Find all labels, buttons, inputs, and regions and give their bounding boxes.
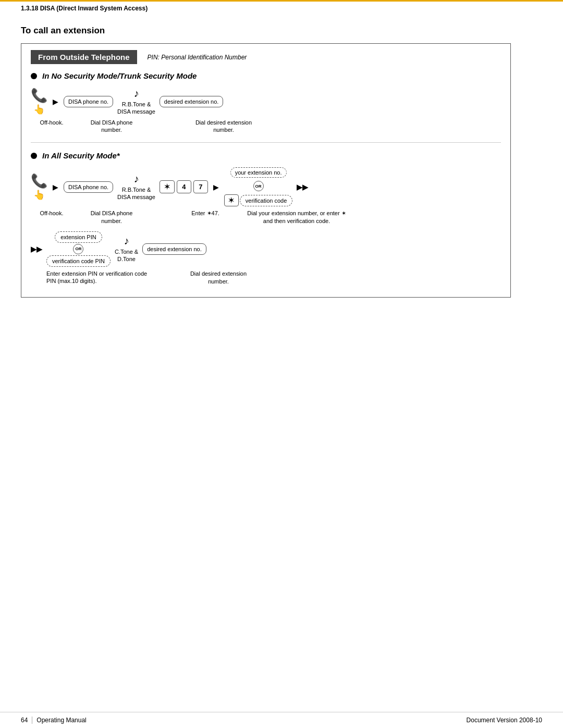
caption-dial-desired-1: Dial desired extension number. <box>187 119 260 134</box>
star-key-2: ✶ <box>224 194 239 206</box>
arrow-3: ▶ <box>213 183 219 191</box>
key-7: 7 <box>193 180 208 193</box>
or-circle-2: OR <box>73 244 83 254</box>
verification-code-pin-box: verification code PIN <box>46 255 111 267</box>
disa-box-2: DISA phone no. <box>64 181 113 193</box>
mode2-flow: 📞 👆 ▶ DISA phone no. ♪ R.B.Tone & D <box>31 167 501 225</box>
or-circle: OR <box>253 181 264 191</box>
pin-note: PIN: Personal Identification Number <box>148 54 247 61</box>
verification-group: ✶ verification code <box>224 194 293 206</box>
verification-code-box: verification code <box>240 195 293 206</box>
double-arrow-2: ▶▶ <box>31 245 42 253</box>
arrow-2: ▶ <box>53 183 58 191</box>
section-title: To call an extension <box>21 26 542 36</box>
phone-icon-2: 📞 👆 <box>31 173 47 201</box>
caption-dial-disa-2: Dial DISA phone number. <box>88 209 135 225</box>
footer: 64 Operating Manual Document Version 200… <box>0 712 563 728</box>
phone-icon-1: 📞 👆 <box>31 88 47 115</box>
star-key: ✶ <box>160 180 175 193</box>
caption-off-hook-1: Off-hook. <box>31 119 72 127</box>
desired-ext-box-1: desired extension no. <box>160 96 224 107</box>
caption-dial-desired-2: Dial desired extension number. <box>182 270 255 286</box>
pin-flow: ▶▶ extension PIN OR verification code PI… <box>31 231 501 286</box>
ctone-dtone: ♪ C.Tone & D.Tone <box>115 235 138 263</box>
your-ext-box: your extension no. <box>230 167 287 178</box>
from-outside-label: From Outside Telephone <box>31 50 137 64</box>
section-heading: 1.3.18 DISA (Direct Inward System Access… <box>21 5 148 12</box>
caption-enter-star47: Enter ✶47. <box>177 209 234 217</box>
pin-group: extension PIN OR verification code PIN <box>46 231 111 267</box>
double-arrow-1: ▶▶ <box>297 183 308 191</box>
rb-tone-1: ♪ R.B.Tone & DISA message <box>117 88 155 116</box>
extension-pin-box: extension PIN <box>55 231 102 243</box>
diagram-box: From Outside Telephone PIN: Personal Ide… <box>21 43 511 298</box>
doc-type: Operating Manual <box>32 717 86 724</box>
doc-version: Document Version 2008-10 <box>467 717 542 724</box>
rb-tone-2: ♪ R.B.Tone & DISA message <box>117 173 155 201</box>
caption-off-hook-2: Off-hook. <box>31 209 72 217</box>
arrow-1: ▶ <box>53 97 58 106</box>
ext-or-verif-group: your extension no. OR ✶ verification cod… <box>224 167 293 206</box>
top-bar: 1.3.18 DISA (Direct Inward System Access… <box>0 0 563 15</box>
disa-box-1: DISA phone no. <box>64 96 113 107</box>
mode2-title: In All Security Mode* <box>31 151 501 160</box>
desired-ext-box-2: desired extension no. <box>142 243 206 255</box>
caption-dial-disa-1: Dial DISA phone number. <box>88 119 135 134</box>
caption-enter-pin: Enter extension PIN or verification code… <box>46 270 151 285</box>
caption-dial-ext-or-star: Dial your extension number, or enter ✶ a… <box>244 209 349 225</box>
page-number: 64 <box>21 717 28 724</box>
star47-keys: ✶ 4 7 <box>160 180 208 193</box>
mode1-title: In No Security Mode/Trunk Security Mode <box>31 71 501 80</box>
key-4: 4 <box>177 180 191 193</box>
mode1-flow: 📞 👆 ▶ DISA phone no. ♪ R.B.Tone & D <box>31 88 501 134</box>
